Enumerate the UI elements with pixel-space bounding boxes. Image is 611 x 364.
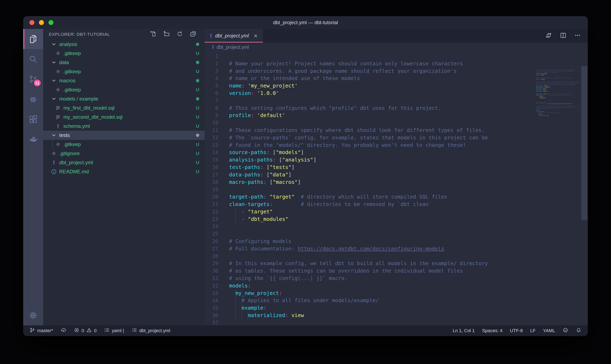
status-task-yaml[interactable]: yaml | (104, 327, 124, 334)
activity-item-debug[interactable] (23, 89, 43, 109)
git-untracked-badge: U (196, 69, 199, 74)
code-line-31[interactable]: 31# using the `{{ config(...) }}` macro. (205, 275, 588, 282)
sidebar-item-my-first-dbt-model-sql[interactable]: my_first_dbt_model.sqlU (43, 104, 205, 113)
code-line-35[interactable]: 35 example: (205, 304, 588, 312)
code-line-12[interactable]: 12# The `source-paths` config, for examp… (205, 134, 588, 142)
code-line-18[interactable]: 18macro-paths: ["macros"] (205, 179, 588, 186)
more-actions-icon[interactable] (574, 32, 581, 40)
code-line-21[interactable]: 21clean-targets: # directories to be rem… (205, 201, 588, 208)
zoom-window-button[interactable] (48, 20, 54, 25)
activity-item-docker[interactable] (23, 129, 43, 149)
status-feedback[interactable] (563, 327, 568, 334)
item-label: dbt_project.yml (59, 160, 93, 166)
status-notifications[interactable] (576, 327, 582, 334)
line-number: 8 (205, 104, 229, 112)
code-line-14[interactable]: 14source-paths: ["models"] (205, 149, 588, 156)
code-line-30[interactable]: 30# as tables. These settings can be ove… (205, 267, 588, 275)
code-line-36[interactable]: 36 materialized: view (205, 312, 588, 319)
code-line-34[interactable]: 34 # Applies to all files under models/e… (205, 297, 588, 304)
sidebar-item--gitkeep[interactable]: .gitkeepU (43, 140, 205, 149)
status-cursor-position[interactable]: Ln 1, Col 1 (453, 328, 474, 333)
collapse-folders-icon[interactable] (190, 31, 196, 38)
sidebar-item-dbt-project-yml[interactable]: !dbt_project.ymlU (43, 158, 205, 167)
breadcrumb[interactable]: ! dbt_project.yml (205, 43, 588, 52)
code-line-1[interactable]: 1 (205, 52, 588, 60)
code-line-4[interactable]: 4# name or the intended use of these mod… (205, 75, 588, 82)
code-line-10[interactable]: 10 (205, 119, 588, 127)
sidebar-item-readme-md[interactable]: README.mdU (43, 167, 205, 176)
status-problems[interactable]: 00 (74, 327, 97, 334)
code-line-32[interactable]: 32models: (205, 282, 588, 289)
minimize-window-button[interactable] (39, 20, 44, 25)
sidebar-item-data[interactable]: data (43, 58, 205, 67)
status-indentation[interactable]: Spaces: 4 (482, 328, 502, 333)
close-window-button[interactable] (29, 20, 34, 25)
code-line-2[interactable]: 2# Name your project! Project names shou… (205, 60, 588, 67)
line-number: 31 (205, 275, 229, 282)
sidebar-item-macros[interactable]: macros (43, 76, 205, 85)
code-line-7[interactable]: 7 (205, 97, 588, 104)
sidebar-item-my-second-dbt-model-sql[interactable]: my_second_dbt_model.sqlU (43, 113, 205, 122)
code-line-28[interactable]: 28 (205, 253, 588, 260)
code-line-15[interactable]: 15analysis-paths: ["analysis"] (205, 156, 588, 164)
line-number: 32 (205, 282, 229, 289)
code-line-27[interactable]: 27# Full documentation: https://docs.get… (205, 245, 588, 253)
scm-badge: 11 (33, 79, 42, 87)
sidebar-item--gitkeep[interactable]: .gitkeepU (43, 49, 205, 58)
sidebar-item--gitkeep[interactable]: .gitkeepU (43, 85, 205, 94)
activity-item-search[interactable] (23, 49, 43, 69)
code-line-16[interactable]: 16test-paths: ["tests"] (205, 164, 588, 171)
activity-item-explorer[interactable] (23, 29, 43, 49)
git-untracked-badge: U (196, 123, 199, 129)
line-number: 18 (205, 179, 229, 186)
code-line-3[interactable]: 3# and underscores. A good package name … (205, 67, 588, 75)
sidebar-item-analysis[interactable]: analysis (43, 40, 205, 49)
new-file-icon[interactable] (150, 31, 157, 38)
activity-item-source-control[interactable]: 11 (23, 69, 43, 89)
git-modified-dot (196, 43, 199, 46)
code-line-11[interactable]: 11# These configurations specify where d… (205, 127, 588, 134)
code-line-26[interactable]: 26# Configuring models (205, 238, 588, 245)
activity-item-settings[interactable] (23, 305, 43, 325)
new-folder-icon[interactable] (163, 31, 170, 38)
indent-guide (241, 297, 242, 304)
sidebar-item-tests[interactable]: tests (43, 131, 205, 140)
code-line-13[interactable]: 13# found in the "models/" directory. Yo… (205, 142, 588, 149)
code-line-29[interactable]: 29# In this example config, we tell dbt … (205, 260, 588, 267)
sidebar-item--gitkeep[interactable]: .gitkeepU (43, 67, 205, 76)
status-encoding[interactable]: UTF-8 (510, 328, 523, 333)
minimap[interactable]: # Name your project! Project names shoul… (536, 68, 580, 118)
activity-item-extensions[interactable] (23, 109, 43, 129)
open-changes-icon[interactable] (545, 32, 552, 40)
line-number: 37 (205, 319, 229, 325)
status-eol[interactable]: LF (530, 328, 536, 333)
editor-scrollbar[interactable] (581, 66, 587, 220)
sidebar-item-models-example[interactable]: models / example (43, 94, 205, 104)
tab-dbt-project-yml[interactable]: ! dbt_project.yml × (205, 29, 263, 43)
status-git-branch[interactable]: master* (29, 327, 53, 334)
refresh-explorer-icon[interactable] (177, 31, 183, 38)
code-line-19[interactable]: 19 (205, 186, 588, 193)
code-line-24[interactable]: 24 (205, 223, 588, 230)
code-line-17[interactable]: 17data-paths: ["data"] (205, 171, 588, 179)
sidebar-item-schema-yml[interactable]: !schema.ymlU (43, 122, 205, 131)
git-untracked-badge: U (196, 151, 199, 156)
code-editor[interactable]: 12# Name your project! Project names sho… (205, 52, 588, 325)
code-line-5[interactable]: 5name: 'my_new_project' (205, 82, 588, 90)
code-line-25[interactable]: 25 (205, 230, 588, 238)
code-line-9[interactable]: 9profile: 'default' (205, 112, 588, 119)
window-title: dbt_project.yml — dbt-tutorial (273, 20, 338, 26)
code-line-23[interactable]: 23 - "dbt_modules" (205, 216, 588, 223)
status-task-file[interactable]: dbt_project.yml (132, 327, 170, 334)
status-language-mode[interactable]: YAML (543, 328, 555, 333)
split-editor-icon[interactable] (560, 32, 567, 40)
code-line-20[interactable]: 20target-path: "target" # directory whic… (205, 193, 588, 201)
sidebar-item--gitignore[interactable]: .gitignoreU (43, 149, 205, 158)
code-line-37[interactable]: 37 (205, 319, 588, 325)
status-sync[interactable] (60, 327, 66, 334)
code-line-8[interactable]: 8# This setting configures which "profil… (205, 104, 588, 112)
code-line-33[interactable]: 33 my_new_project: (205, 289, 588, 297)
close-tab-icon[interactable]: × (254, 32, 257, 39)
code-line-22[interactable]: 22 - "target" (205, 208, 588, 216)
code-line-6[interactable]: 6version: '1.0.0' (205, 90, 588, 97)
